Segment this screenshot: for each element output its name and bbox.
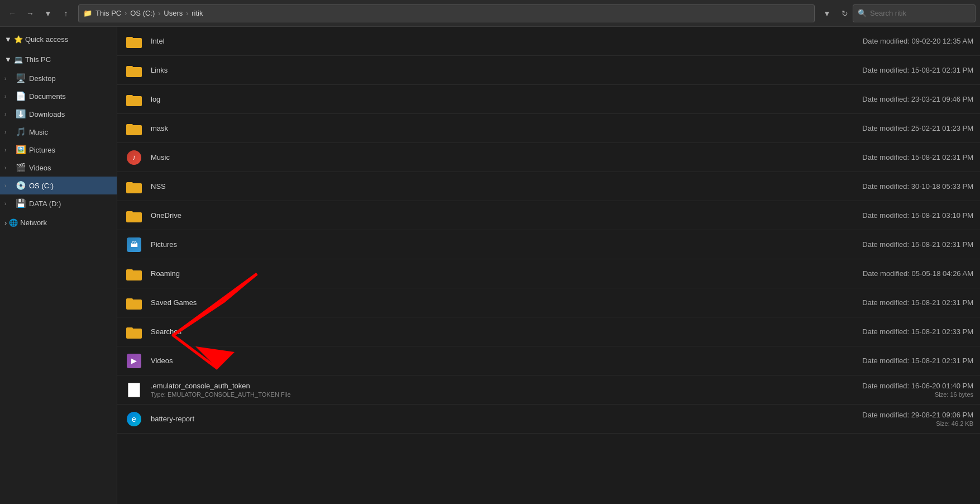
- sidebar-item-desktop[interactable]: › 🖥️ Desktop: [0, 69, 117, 87]
- file-date-col: Date modified: 30-10-18 05:33 PM: [806, 182, 973, 191]
- chevron-down-icon: ▼: [823, 9, 831, 18]
- sidebar-item-label: This PC: [25, 55, 51, 64]
- svg-rect-17: [126, 327, 133, 331]
- refresh-icon: ↻: [842, 9, 848, 18]
- table-row[interactable]: .emulator_console_auth_token Type: EMULA…: [117, 375, 980, 405]
- table-row[interactable]: Saved Games Date modified: 15-08-21 02:3…: [117, 288, 980, 317]
- sidebar-item-documents[interactable]: › 📄 Documents: [0, 87, 117, 105]
- sidebar-item-videos[interactable]: › 🎬 Videos: [0, 159, 117, 177]
- sidebar-item-label: Pictures: [29, 146, 55, 154]
- document-icon: [128, 383, 140, 397]
- address-folder-icon: 📁: [83, 9, 92, 17]
- sidebar-item-label: Music: [29, 128, 48, 136]
- sidebar-item-label: DATA (D:): [29, 199, 61, 208]
- file-name-col: Intel: [144, 37, 806, 45]
- sidebar-item-downloads[interactable]: › ⬇️ Downloads: [0, 105, 117, 123]
- file-date-col: Date modified: 29-08-21 09:06 PM Size: 4…: [806, 411, 973, 427]
- documents-icon: 📄: [16, 91, 26, 101]
- sep-3: ›: [186, 9, 188, 17]
- file-name-col: log: [144, 95, 806, 103]
- videos-folder-icon: ▶: [127, 354, 141, 368]
- table-row[interactable]: 🏔 Pictures Date modified: 15-08-21 02:31…: [117, 230, 980, 259]
- sidebar-item-music[interactable]: › 🎵 Music: [0, 123, 117, 141]
- file-date-col: Date modified: 15-08-21 03:10 PM: [806, 211, 973, 220]
- file-icon-col: [124, 180, 144, 193]
- table-row[interactable]: log Date modified: 23-03-21 09:46 PM: [117, 85, 980, 114]
- network-icon: 🌐: [9, 218, 18, 227]
- file-name: Intel: [151, 37, 806, 45]
- file-name-col: Music: [144, 153, 806, 161]
- crumb-os-c[interactable]: OS (C:): [130, 9, 155, 17]
- table-row[interactable]: OneDrive Date modified: 15-08-21 03:10 P…: [117, 201, 980, 230]
- table-row[interactable]: e battery-report Date modified: 29-08-21…: [117, 405, 980, 434]
- desktop-icon: 🖥️: [16, 73, 26, 83]
- file-name: Links: [151, 66, 806, 74]
- music-icon: 🎵: [16, 127, 26, 137]
- videos-icon: 🎬: [16, 163, 26, 173]
- file-name-col: Roaming: [144, 269, 806, 278]
- expand-arrow: ›: [4, 183, 12, 189]
- sidebar-item-quick-access[interactable]: ▼ ⭐ Quick access: [0, 29, 117, 49]
- dropdown-button[interactable]: ▼: [819, 6, 835, 21]
- file-size-info: Size: 46.2 KB: [806, 420, 973, 427]
- file-type-info: Type: EMULATOR_CONSOLE_AUTH_TOKEN File: [151, 391, 806, 398]
- search-icon: 🔍: [858, 9, 867, 17]
- forward-button[interactable]: →: [22, 6, 38, 21]
- expand-arrow: ›: [4, 75, 12, 82]
- file-name-col: NSS: [144, 182, 806, 191]
- recent-locations-button[interactable]: ▼: [40, 6, 56, 21]
- computer-icon: 💻: [14, 55, 23, 64]
- table-row[interactable]: Links Date modified: 15-08-21 02:31 PM: [117, 56, 980, 85]
- refresh-button[interactable]: ↻: [837, 6, 853, 21]
- file-icon-col: [124, 93, 144, 106]
- file-name-col: battery-report: [144, 415, 806, 423]
- search-box[interactable]: 🔍: [853, 4, 976, 22]
- sidebar-item-this-pc[interactable]: ▼ 💻 This PC: [0, 49, 117, 69]
- file-name-col: Links: [144, 66, 806, 74]
- file-date-col: Date modified: 09-02-20 12:35 AM: [806, 37, 973, 45]
- file-date-col: Date modified: 15-08-21 02:33 PM: [806, 327, 973, 336]
- file-icon-col: [124, 209, 144, 222]
- content-area[interactable]: Intel Date modified: 09-02-20 12:35 AM L…: [117, 27, 980, 504]
- music-folder-icon: ♪: [127, 150, 141, 165]
- file-icon-col: 🏔: [124, 237, 144, 252]
- file-name: .emulator_console_auth_token: [151, 382, 806, 390]
- expand-arrow: ›: [4, 111, 12, 117]
- sidebar-item-network[interactable]: › 🌐 Network: [0, 212, 117, 232]
- table-row[interactable]: ♪ Music Date modified: 15-08-21 02:31 PM: [117, 143, 980, 172]
- up-icon: ↑: [64, 9, 68, 18]
- sidebar-item-label: Quick access: [25, 35, 68, 44]
- crumb-this-pc[interactable]: This PC: [95, 9, 121, 17]
- sidebar-item-pictures[interactable]: › 🖼️ Pictures: [0, 141, 117, 159]
- table-row[interactable]: Roaming Date modified: 05-05-18 04:26 AM: [117, 259, 980, 288]
- up-button[interactable]: ↑: [58, 6, 74, 21]
- address-actions: ▼ ↻: [819, 6, 853, 21]
- expand-arrow: ▼: [4, 55, 12, 64]
- table-row[interactable]: mask Date modified: 25-02-21 01:23 PM: [117, 114, 980, 143]
- folder-icon: [126, 64, 142, 77]
- back-button[interactable]: ←: [4, 6, 20, 21]
- sidebar-item-data-d[interactable]: › 💾 DATA (D:): [0, 194, 117, 212]
- crumb-ritik[interactable]: ritik: [192, 9, 203, 17]
- table-row[interactable]: Intel Date modified: 09-02-20 12:35 AM: [117, 27, 980, 56]
- file-date-col: Date modified: 05-05-18 04:26 AM: [806, 269, 973, 278]
- crumb-users[interactable]: Users: [164, 9, 183, 17]
- file-name: battery-report: [151, 415, 806, 423]
- file-icon-col: [124, 35, 144, 48]
- navigation-bar: ← → ▼ ↑ 📁 This PC › OS (C:) › Users › ri…: [0, 0, 980, 27]
- expand-arrow: ›: [4, 201, 12, 207]
- nav-buttons: ← → ▼ ↑: [4, 6, 74, 21]
- table-row[interactable]: NSS Date modified: 30-10-18 05:33 PM: [117, 172, 980, 201]
- address-bar[interactable]: 📁 This PC › OS (C:) › Users › ritik: [78, 4, 815, 22]
- sidebar-item-label: Downloads: [29, 110, 65, 118]
- downloads-icon: ⬇️: [16, 109, 26, 119]
- file-icon-col: ♪: [124, 150, 144, 165]
- table-row[interactable]: Searches Date modified: 15-08-21 02:33 P…: [117, 317, 980, 346]
- search-input[interactable]: [870, 9, 971, 17]
- file-name-col: OneDrive: [144, 211, 806, 220]
- file-name: mask: [151, 124, 806, 132]
- sidebar-item-os-c[interactable]: › 💿 OS (C:): [0, 177, 117, 194]
- file-icon-col: [124, 64, 144, 77]
- table-row[interactable]: ▶ Videos Date modified: 15-08-21 02:31 P…: [117, 346, 980, 375]
- edge-icon: e: [127, 412, 141, 426]
